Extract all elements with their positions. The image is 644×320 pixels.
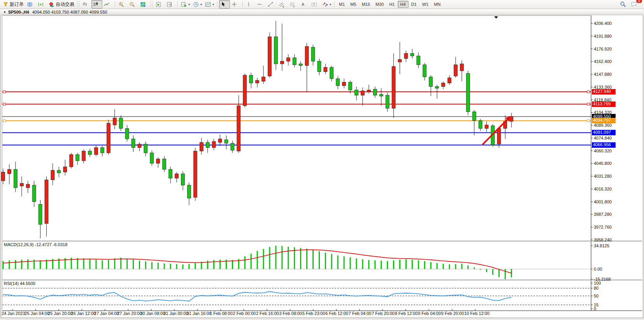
candlestick: [361, 91, 364, 95]
candlestick: [349, 82, 352, 90]
candlestick: [249, 75, 253, 83]
price-tick-label: 4060.320: [594, 149, 612, 153]
candlestick: [107, 123, 110, 153]
time-axis-label: 10 Feb 12:00: [464, 311, 490, 316]
time-axis-label: 6 Feb 12:00: [325, 311, 348, 316]
time-axis-label: 31 Jan 00:00: [163, 311, 188, 316]
time-axis-label: 27 Jan 20:00: [117, 311, 142, 316]
candlestick: [429, 77, 433, 87]
time-axis-label: 30 Jan 08:00: [140, 311, 165, 316]
price-tick-label: 3972.760: [594, 225, 612, 229]
candlestick: [379, 94, 383, 96]
candlestick: [336, 79, 340, 86]
candlestick: [20, 184, 23, 186]
candlestick: [39, 205, 42, 225]
candlestick: [330, 67, 333, 79]
rsi-axis-label: 0: [594, 306, 596, 311]
annotation-arrow-shaft[interactable]: [483, 119, 508, 145]
candlestick: [256, 80, 259, 83]
candlestick: [138, 144, 141, 148]
candlestick: [181, 174, 184, 185]
candlestick: [411, 53, 414, 56]
candlestick: [70, 155, 73, 167]
price-tick-label: 4001.800: [594, 199, 612, 204]
rsi-axis-label: 100: [594, 281, 601, 285]
time-axis-label: 2 Feb 00:00: [233, 311, 256, 316]
price-tick-label: 4016.320: [594, 187, 612, 191]
rsi-label: RSI(14) 44.5500: [4, 281, 35, 286]
candlestick: [57, 170, 61, 173]
candlestick: [324, 67, 327, 72]
time-axis-label: 25 Jan 20:00: [48, 311, 73, 316]
price-tick-label: 4176.920: [594, 47, 612, 51]
candlestick: [2, 172, 5, 180]
candlestick: [392, 66, 395, 108]
candlestick: [150, 153, 154, 163]
candlestick: [237, 106, 240, 151]
price-tick-label: 4089.360: [594, 123, 612, 128]
rsi-axis-label: 80: [594, 286, 598, 290]
candlestick: [417, 56, 420, 65]
line-handle[interactable]: [587, 119, 590, 122]
candlestick: [243, 75, 247, 106]
candlestick: [7, 170, 11, 174]
macd-axis-label: 34.8125: [594, 243, 609, 248]
time-axis-label: 9 Feb 20:00: [441, 311, 464, 316]
candlestick: [447, 78, 451, 83]
candlestick: [100, 148, 104, 153]
candlestick: [231, 143, 234, 150]
line-handle[interactable]: [3, 91, 5, 93]
candlestick: [497, 128, 501, 144]
price-tick-label: 4133.360: [594, 85, 612, 89]
time-axis-label: 7 Feb 20:00: [372, 311, 395, 316]
candlestick: [125, 128, 129, 139]
candlestick: [113, 118, 116, 125]
candlestick: [286, 58, 290, 61]
mt4-trading-app: 新订单 自动交易: [0, 0, 644, 320]
price-tick-label: 4162.400: [594, 59, 612, 64]
price-tag: 4127.940: [592, 89, 616, 94]
candlestick: [206, 142, 209, 147]
candlestick: [45, 180, 48, 224]
candlestick: [435, 87, 439, 88]
price-tag: 4094.797: [592, 118, 616, 123]
line-handle[interactable]: [587, 103, 590, 105]
time-axis-label: 27 Jan 04:00: [94, 311, 119, 316]
time-axis-label: 26 Jan 12:00: [71, 311, 96, 316]
candlestick: [311, 47, 315, 61]
candlestick: [187, 185, 191, 198]
candlestick: [144, 144, 147, 153]
candlestick: [274, 37, 277, 64]
time-axis-label: 31 Jan 16:00: [187, 311, 212, 316]
line-handle[interactable]: [3, 119, 5, 122]
line-handle[interactable]: [3, 103, 5, 105]
candlestick: [51, 170, 54, 180]
price-tick-label: 4045.800: [594, 161, 612, 166]
caret-down-icon: ▼: [3, 10, 6, 14]
macd-axis-label: 0.00: [594, 267, 602, 271]
candlestick: [163, 159, 166, 170]
line-handle[interactable]: [587, 91, 590, 93]
time-axis-label: 7 Feb 04:00: [349, 311, 372, 316]
chart-ohlc-values: 4094.050 4103.750 4087.050 4099.550: [32, 10, 107, 14]
candlestick: [342, 82, 346, 86]
candlestick: [225, 140, 228, 143]
price-tick-label: 3987.280: [594, 212, 612, 217]
candlestick: [404, 53, 408, 58]
candlestick: [318, 61, 321, 72]
candlestick: [299, 64, 302, 65]
candlestick: [268, 37, 271, 76]
price-tick-label: 3958.240: [594, 238, 612, 242]
candlestick: [169, 170, 172, 178]
candlestick: [63, 167, 67, 172]
rsi-line: [3, 292, 511, 301]
candlestick: [26, 184, 30, 188]
price-tick-label: 4206.400: [594, 21, 612, 26]
macd-label: MACD(12,26,9) -12.4727 -6.0318: [4, 242, 67, 247]
chart-shift-marker[interactable]: [494, 16, 498, 19]
candlestick: [218, 139, 222, 142]
candlestick: [386, 95, 389, 108]
candlestick: [156, 159, 160, 163]
chart-title-bar[interactable]: ▼ SP500-,H4 4094.050 4103.750 4087.050 4…: [1, 9, 643, 15]
candlestick: [485, 125, 488, 128]
